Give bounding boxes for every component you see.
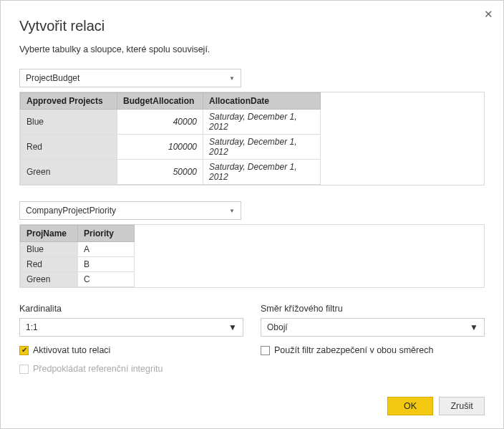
dialog-subtitle: Vyberte tabulky a sloupce, které spolu s… [19,44,485,54]
table-row: Green 50000 Saturday, December 1, 2012 [21,160,321,185]
table1-header: Approved Projects [21,93,117,110]
chevron-down-icon: ▼ [229,75,235,82]
table2-header: Priority [78,226,135,242]
chevron-down-icon: ▼ [229,208,235,214]
chevron-down-icon: ▼ [470,322,478,332]
cardinality-value: 1:1 [26,322,38,332]
checkbox-checked-icon: ✔ [19,346,29,355]
table-row: Blue A [21,242,135,257]
crossfilter-select[interactable]: Obojí ▼ [261,318,485,337]
table2-select-value: CompanyProjectPriority [26,206,116,216]
cardinality-label: Kardinalita [19,304,243,314]
ok-button[interactable]: OK [387,397,433,415]
cancel-button[interactable]: Zrušit [439,397,485,415]
table2-header: ProjName [21,226,78,242]
close-icon[interactable]: ✕ [484,8,493,21]
dialog-title: Vytvořit relaci [19,18,485,34]
table1-preview: Approved Projects BudgetAllocation Alloc… [19,92,485,185]
chevron-down-icon: ▼ [228,322,237,332]
checkbox-unchecked-icon [261,346,270,355]
table-row: Red B [21,257,135,272]
table1-select-value: ProjectBudget [26,73,79,83]
security-filter-checkbox[interactable]: Použít filtr zabezpečení v obou směrech [261,345,485,355]
table2-select[interactable]: CompanyProjectPriority ▼ [19,201,241,220]
cardinality-select[interactable]: 1:1 ▼ [19,318,243,337]
table-row: Green C [21,272,135,287]
table1-header: AllocationDate [203,93,321,110]
table1-select[interactable]: ProjectBudget ▼ [19,69,241,87]
table2-preview: ProjName Priority Blue A Red B Green C [19,224,485,288]
table-row: Blue 40000 Saturday, December 1, 2012 [21,110,321,135]
table-row: Red 100000 Saturday, December 1, 2012 [21,135,321,160]
checkbox-unchecked-icon [19,365,29,374]
referential-integrity-checkbox: Předpokládat referenční integritu [19,364,243,374]
crossfilter-value: Obojí [267,322,288,332]
table1-header: BudgetAllocation [117,93,203,110]
activate-relationship-checkbox[interactable]: ✔ Aktivovat tuto relaci [19,345,243,355]
crossfilter-label: Směr křížového filtru [261,304,485,314]
